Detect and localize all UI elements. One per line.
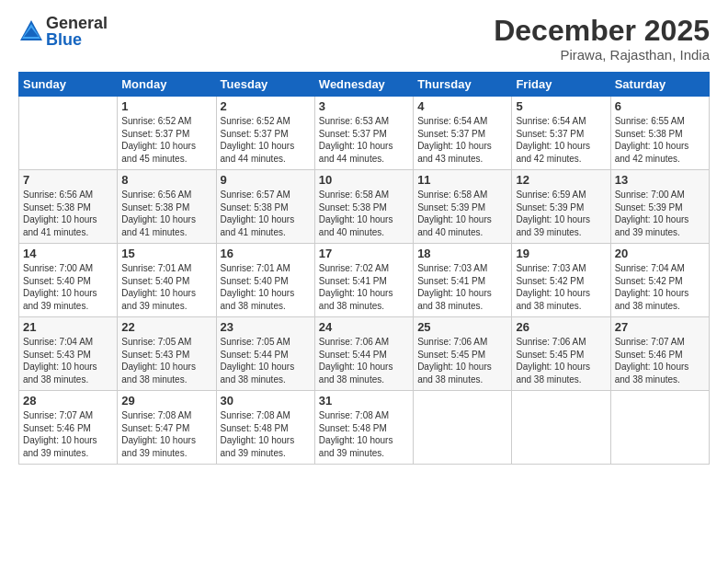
cell-content: Sunrise: 7:01 AM Sunset: 5:40 PM Dayligh… — [221, 262, 311, 312]
cell-content: Sunrise: 6:54 AM Sunset: 5:37 PM Dayligh… — [516, 115, 606, 165]
cell-content: Sunrise: 7:08 AM Sunset: 5:48 PM Dayligh… — [221, 409, 311, 459]
cell-content: Sunrise: 7:03 AM Sunset: 5:41 PM Dayligh… — [417, 262, 507, 312]
cell-content: Sunrise: 7:07 AM Sunset: 5:46 PM Dayligh… — [615, 336, 705, 385]
calendar-week-row: 1Sunrise: 6:52 AM Sunset: 5:37 PM Daylig… — [19, 97, 710, 170]
calendar-cell: 31Sunrise: 7:08 AM Sunset: 5:48 PM Dayli… — [314, 391, 413, 465]
cell-content: Sunrise: 7:08 AM Sunset: 5:47 PM Dayligh… — [121, 409, 211, 459]
calendar-cell: 30Sunrise: 7:08 AM Sunset: 5:48 PM Dayli… — [216, 391, 314, 465]
day-number: 12 — [516, 173, 606, 187]
day-number: 23 — [221, 320, 311, 334]
cell-content: Sunrise: 6:56 AM Sunset: 5:38 PM Dayligh… — [23, 189, 113, 238]
cell-content: Sunrise: 6:52 AM Sunset: 5:37 PM Dayligh… — [121, 115, 211, 165]
location: Pirawa, Rajasthan, India — [494, 47, 710, 63]
cell-content: Sunrise: 7:03 AM Sunset: 5:42 PM Dayligh… — [516, 262, 606, 312]
day-number: 16 — [221, 247, 311, 260]
cell-content: Sunrise: 6:52 AM Sunset: 5:37 PM Dayligh… — [221, 115, 311, 165]
calendar-cell: 21Sunrise: 7:04 AM Sunset: 5:43 PM Dayli… — [19, 317, 118, 391]
calendar-table: SundayMondayTuesdayWednesdayThursdayFrid… — [18, 72, 710, 465]
title-block: December 2025 Pirawa, Rajasthan, India — [494, 15, 710, 63]
cell-content: Sunrise: 7:04 AM Sunset: 5:42 PM Dayligh… — [615, 262, 705, 312]
calendar-cell: 3Sunrise: 6:53 AM Sunset: 5:37 PM Daylig… — [314, 97, 413, 170]
calendar-cell: 9Sunrise: 6:57 AM Sunset: 5:38 PM Daylig… — [216, 170, 314, 244]
calendar-cell: 7Sunrise: 6:56 AM Sunset: 5:38 PM Daylig… — [19, 170, 118, 244]
day-number: 13 — [615, 173, 705, 187]
cell-content: Sunrise: 7:05 AM Sunset: 5:44 PM Dayligh… — [221, 336, 311, 385]
cell-content: Sunrise: 6:58 AM Sunset: 5:38 PM Dayligh… — [319, 189, 409, 238]
calendar-cell: 16Sunrise: 7:01 AM Sunset: 5:40 PM Dayli… — [216, 244, 314, 317]
day-number: 19 — [516, 247, 606, 260]
cell-content: Sunrise: 6:58 AM Sunset: 5:39 PM Dayligh… — [417, 189, 507, 238]
calendar-cell: 19Sunrise: 7:03 AM Sunset: 5:42 PM Dayli… — [512, 244, 610, 317]
day-header: Sunday — [19, 73, 118, 97]
calendar-cell: 4Sunrise: 6:54 AM Sunset: 5:37 PM Daylig… — [414, 97, 512, 170]
calendar-week-row: 21Sunrise: 7:04 AM Sunset: 5:43 PM Dayli… — [19, 317, 710, 391]
calendar-cell: 23Sunrise: 7:05 AM Sunset: 5:44 PM Dayli… — [216, 317, 314, 391]
day-number: 10 — [319, 173, 409, 187]
calendar-cell: 24Sunrise: 7:06 AM Sunset: 5:44 PM Dayli… — [314, 317, 413, 391]
cell-content: Sunrise: 7:04 AM Sunset: 5:43 PM Dayligh… — [23, 336, 113, 385]
logo: General Blue — [18, 15, 108, 48]
calendar-cell — [512, 391, 610, 465]
day-number: 22 — [121, 320, 211, 334]
cell-content: Sunrise: 6:57 AM Sunset: 5:38 PM Dayligh… — [221, 189, 311, 238]
cell-content: Sunrise: 7:08 AM Sunset: 5:48 PM Dayligh… — [319, 409, 409, 459]
logo-blue-text: Blue — [46, 31, 108, 48]
calendar-cell — [610, 391, 709, 465]
calendar-cell: 22Sunrise: 7:05 AM Sunset: 5:43 PM Dayli… — [118, 317, 216, 391]
calendar-cell: 18Sunrise: 7:03 AM Sunset: 5:41 PM Dayli… — [414, 244, 512, 317]
cell-content: Sunrise: 7:06 AM Sunset: 5:45 PM Dayligh… — [417, 336, 507, 385]
logo-general-text: General — [46, 15, 108, 31]
cell-content: Sunrise: 6:56 AM Sunset: 5:38 PM Dayligh… — [121, 189, 211, 238]
calendar-cell: 28Sunrise: 7:07 AM Sunset: 5:46 PM Dayli… — [19, 391, 118, 465]
day-header: Wednesday — [314, 73, 413, 97]
cell-content: Sunrise: 7:06 AM Sunset: 5:45 PM Dayligh… — [516, 336, 606, 385]
calendar-cell: 8Sunrise: 6:56 AM Sunset: 5:38 PM Daylig… — [118, 170, 216, 244]
day-number: 29 — [121, 394, 211, 408]
calendar-cell: 29Sunrise: 7:08 AM Sunset: 5:47 PM Dayli… — [118, 391, 216, 465]
cell-content: Sunrise: 7:06 AM Sunset: 5:44 PM Dayligh… — [319, 336, 409, 385]
day-number: 30 — [221, 394, 311, 408]
day-number: 6 — [615, 99, 705, 113]
cell-content: Sunrise: 7:02 AM Sunset: 5:41 PM Dayligh… — [319, 262, 409, 312]
day-number: 20 — [615, 247, 705, 260]
day-number: 21 — [23, 320, 113, 334]
day-number: 17 — [319, 247, 409, 260]
calendar-week-row: 7Sunrise: 6:56 AM Sunset: 5:38 PM Daylig… — [19, 170, 710, 244]
calendar-week-row: 14Sunrise: 7:00 AM Sunset: 5:40 PM Dayli… — [19, 244, 710, 317]
logo-icon — [18, 18, 44, 44]
day-number: 14 — [23, 247, 113, 260]
day-number: 9 — [221, 173, 311, 187]
calendar-cell: 2Sunrise: 6:52 AM Sunset: 5:37 PM Daylig… — [216, 97, 314, 170]
day-number: 7 — [23, 173, 113, 187]
cell-content: Sunrise: 6:55 AM Sunset: 5:38 PM Dayligh… — [615, 115, 705, 165]
header: General Blue December 2025 Pirawa, Rajas… — [18, 15, 710, 63]
day-number: 27 — [615, 320, 705, 334]
cell-content: Sunrise: 7:07 AM Sunset: 5:46 PM Dayligh… — [23, 409, 113, 459]
day-number: 28 — [23, 394, 113, 408]
calendar-cell: 12Sunrise: 6:59 AM Sunset: 5:39 PM Dayli… — [512, 170, 610, 244]
day-number: 3 — [319, 99, 409, 113]
calendar-cell: 20Sunrise: 7:04 AM Sunset: 5:42 PM Dayli… — [610, 244, 709, 317]
day-number: 18 — [417, 247, 507, 260]
day-number: 4 — [417, 99, 507, 113]
day-number: 1 — [121, 99, 211, 113]
calendar-cell: 10Sunrise: 6:58 AM Sunset: 5:38 PM Dayli… — [314, 170, 413, 244]
calendar-cell: 27Sunrise: 7:07 AM Sunset: 5:46 PM Dayli… — [610, 317, 709, 391]
cell-content: Sunrise: 6:59 AM Sunset: 5:39 PM Dayligh… — [516, 189, 606, 238]
cell-content: Sunrise: 6:54 AM Sunset: 5:37 PM Dayligh… — [417, 115, 507, 165]
calendar-header-row: SundayMondayTuesdayWednesdayThursdayFrid… — [19, 73, 710, 97]
cell-content: Sunrise: 7:05 AM Sunset: 5:43 PM Dayligh… — [121, 336, 211, 385]
calendar-cell — [19, 97, 118, 170]
day-number: 11 — [417, 173, 507, 187]
cell-content: Sunrise: 6:53 AM Sunset: 5:37 PM Dayligh… — [319, 115, 409, 165]
cell-content: Sunrise: 7:01 AM Sunset: 5:40 PM Dayligh… — [121, 262, 211, 312]
calendar-cell: 26Sunrise: 7:06 AM Sunset: 5:45 PM Dayli… — [512, 317, 610, 391]
day-number: 24 — [319, 320, 409, 334]
day-number: 31 — [319, 394, 409, 408]
calendar-cell: 15Sunrise: 7:01 AM Sunset: 5:40 PM Dayli… — [118, 244, 216, 317]
cell-content: Sunrise: 7:00 AM Sunset: 5:39 PM Dayligh… — [615, 189, 705, 238]
calendar-cell: 13Sunrise: 7:00 AM Sunset: 5:39 PM Dayli… — [610, 170, 709, 244]
calendar-cell: 6Sunrise: 6:55 AM Sunset: 5:38 PM Daylig… — [610, 97, 709, 170]
day-number: 15 — [121, 247, 211, 260]
calendar-cell: 14Sunrise: 7:00 AM Sunset: 5:40 PM Dayli… — [19, 244, 118, 317]
